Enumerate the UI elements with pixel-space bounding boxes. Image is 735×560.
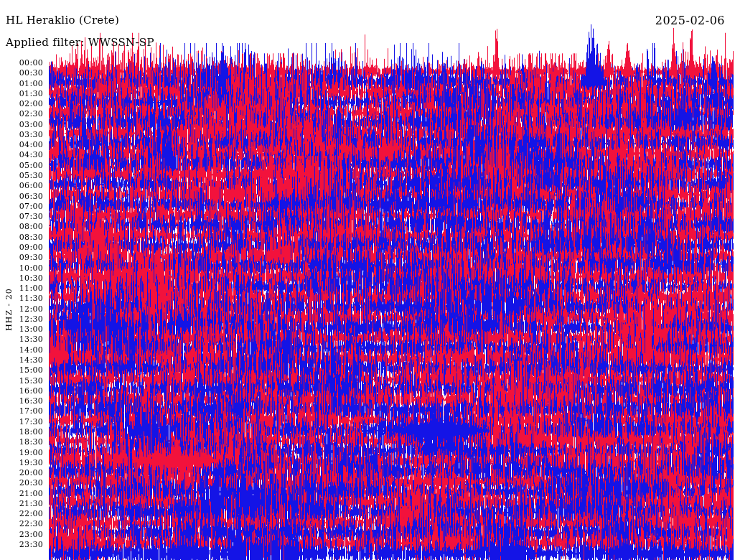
time-label: 03:00 [0,121,43,129]
time-label: 05:00 [0,162,43,170]
time-label: 21:30 [0,500,43,508]
time-label: 16:00 [0,387,43,396]
time-label: 19:00 [0,449,43,457]
time-label: 19:30 [0,459,43,467]
time-label: 07:30 [0,213,43,221]
time-label: 18:00 [0,428,43,437]
time-label: 00:30 [0,69,43,78]
time-label: 10:00 [0,264,43,273]
time-label: 01:30 [0,90,43,98]
time-label: 17:00 [0,407,43,416]
time-label: 09:00 [0,243,43,252]
time-label: 06:30 [0,192,43,201]
time-label: 23:00 [0,531,43,539]
time-label: 06:00 [0,182,43,190]
time-label: 04:30 [0,151,43,159]
seismogram-trace-canvas [0,0,735,560]
time-label: 15:00 [0,366,43,375]
time-label: 02:30 [0,110,43,118]
time-label: 14:00 [0,346,43,355]
helicorder-page: HL Heraklio (Crete) Applied filter: WWSS… [0,0,735,560]
time-axis: 00:0000:3001:0001:3002:0002:3003:0003:30… [0,0,45,560]
time-label: 16:30 [0,397,43,406]
time-label: 07:00 [0,202,43,211]
time-label: 09:30 [0,253,43,262]
time-label: 21:00 [0,490,43,498]
time-label: 12:30 [0,315,43,324]
time-label: 18:30 [0,438,43,447]
time-label: 08:00 [0,223,43,231]
time-label: 13:30 [0,335,43,344]
time-label: 08:30 [0,233,43,242]
time-label: 22:00 [0,510,43,518]
time-label: 13:00 [0,325,43,334]
time-label: 01:00 [0,80,43,88]
time-label: 00:00 [0,59,43,67]
time-label: 11:00 [0,284,43,293]
time-label: 12:00 [0,305,43,314]
time-label: 02:00 [0,100,43,108]
time-label: 03:30 [0,131,43,139]
time-label: 20:00 [0,469,43,477]
time-label: 10:30 [0,274,43,283]
time-label: 15:30 [0,377,43,386]
time-label: 04:00 [0,141,43,149]
time-label: 14:30 [0,356,43,365]
time-label: 17:30 [0,418,43,426]
time-label: 05:30 [0,172,43,180]
time-label: 20:30 [0,479,43,487]
time-label: 11:30 [0,294,43,303]
time-label: 22:30 [0,520,43,528]
time-label: 23:30 [0,541,43,549]
date-label: 2025-02-06 [655,14,725,27]
